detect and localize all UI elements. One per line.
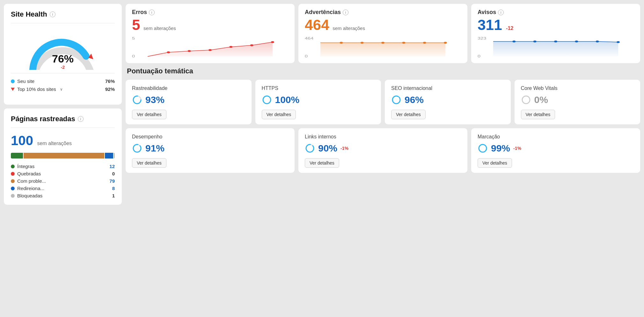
quebradas-val: 0 bbox=[112, 171, 115, 176]
svg-point-38 bbox=[306, 144, 314, 152]
erros-card: Erros i 5 sem alterações 5 0 bbox=[126, 4, 295, 63]
svg-point-6 bbox=[209, 49, 212, 51]
theme-card-marcacao: Marcação 99% -1% Ver detalhes bbox=[471, 128, 640, 173]
gauge-container: 76% -2 Seu site 76% Top 10% dos sites bbox=[11, 28, 115, 93]
svg-point-40 bbox=[479, 144, 487, 152]
svg-point-8 bbox=[250, 44, 253, 46]
core-web-vitals-icon bbox=[521, 95, 531, 105]
erros-info-icon[interactable]: i bbox=[149, 10, 155, 15]
erros-big-number: 5 bbox=[132, 17, 140, 33]
list-item: Íntegras 12 bbox=[11, 164, 115, 169]
site-value: 76% bbox=[105, 78, 115, 84]
site-health-info-icon[interactable]: i bbox=[50, 11, 55, 17]
list-item: Bloqueadas 1 bbox=[11, 193, 115, 198]
theme-card-seo-internacional: SEO internacional 96% Ver detalhes bbox=[385, 80, 511, 124]
integras-text: Íntegras bbox=[17, 164, 34, 169]
svg-point-34 bbox=[522, 96, 530, 104]
svg-point-13 bbox=[340, 42, 343, 44]
problemas-dot bbox=[11, 179, 15, 183]
redirecionadas-label: Redireiona... bbox=[11, 186, 44, 191]
svg-point-4 bbox=[167, 51, 170, 53]
top-value: 92% bbox=[105, 86, 115, 92]
problemas-val: 79 bbox=[109, 178, 115, 184]
site-health-label: Site Health bbox=[11, 10, 47, 18]
erros-label: Erros bbox=[132, 9, 147, 16]
links-details-btn[interactable]: Ver detalhes bbox=[305, 158, 339, 168]
avisos-card: Avisos i 311 -12 323 0 bbox=[471, 4, 640, 63]
desempenho-details-btn[interactable]: Ver detalhes bbox=[132, 158, 166, 168]
svg-text:0: 0 bbox=[478, 55, 480, 58]
thematic-title: Pontuação temática bbox=[126, 67, 640, 75]
avisos-delta: -12 bbox=[506, 26, 513, 31]
legend-top-label: Top 10% dos sites ∨ bbox=[11, 86, 63, 92]
problemas-label: Com proble... bbox=[11, 178, 46, 184]
advertencias-chart: 464 0 bbox=[305, 36, 461, 58]
theme-score-row-cwv: 0% bbox=[521, 94, 634, 105]
gauge-center: 76% -2 bbox=[52, 53, 74, 70]
theme-name-marcacao: Marcação bbox=[478, 134, 634, 140]
advertencias-chart-svg: 464 0 bbox=[305, 36, 461, 58]
theme-name-cwv: Core Web Vitals bbox=[521, 85, 634, 91]
list-item: Quebradas 0 bbox=[11, 171, 115, 176]
quebradas-text: Quebradas bbox=[17, 171, 41, 176]
svg-text:0: 0 bbox=[132, 55, 135, 58]
bar-gray bbox=[114, 153, 115, 158]
seo-details-btn[interactable]: Ver detalhes bbox=[391, 110, 426, 119]
legend-top-row: Top 10% dos sites ∨ 92% bbox=[11, 85, 115, 93]
erros-chart-svg: 5 0 bbox=[132, 36, 288, 58]
gauge-percent: 76% bbox=[52, 53, 74, 64]
svg-point-7 bbox=[229, 46, 232, 48]
theme-card-rastreabilidade: Rastreabilidade 93% Ver detalhes bbox=[126, 80, 252, 124]
rastreabilidade-icon bbox=[132, 95, 142, 105]
svg-marker-12 bbox=[320, 43, 445, 56]
gauge-legend: Seu site 76% Top 10% dos sites ∨ 92% bbox=[11, 73, 115, 93]
site-dot bbox=[11, 79, 15, 83]
svg-point-16 bbox=[402, 42, 405, 44]
bloqueadas-label: Bloqueadas bbox=[11, 193, 42, 198]
marcacao-delta: -1% bbox=[513, 146, 521, 151]
cwv-details-btn[interactable]: Ver detalhes bbox=[521, 110, 555, 119]
erros-title: Erros i bbox=[132, 9, 288, 16]
svg-point-26 bbox=[596, 41, 599, 42]
rastreabilidade-details-btn[interactable]: Ver detalhes bbox=[132, 110, 166, 119]
svg-point-17 bbox=[423, 42, 426, 44]
advertencias-sub: sem alterações bbox=[333, 26, 365, 31]
marcacao-details-btn[interactable]: Ver detalhes bbox=[478, 158, 512, 168]
theme-score-row-desempenho: 91% bbox=[132, 143, 288, 154]
svg-point-25 bbox=[575, 41, 578, 42]
marcacao-icon bbox=[478, 143, 488, 153]
top-stats-row: Erros i 5 sem alterações 5 0 bbox=[126, 4, 640, 63]
desempenho-icon bbox=[132, 143, 142, 153]
list-item: Com proble... 79 bbox=[11, 178, 115, 184]
seo-score: 96% bbox=[405, 94, 424, 105]
list-item: Redireiona... 8 bbox=[11, 186, 115, 191]
svg-point-14 bbox=[361, 42, 364, 44]
integras-dot bbox=[11, 165, 15, 168]
https-details-btn[interactable]: Ver detalhes bbox=[262, 110, 296, 119]
seo-internacional-icon bbox=[391, 95, 401, 105]
svg-text:323: 323 bbox=[478, 37, 486, 40]
pages-bar bbox=[11, 153, 115, 158]
svg-point-24 bbox=[554, 41, 557, 42]
legend-site-label: Seu site bbox=[11, 78, 34, 84]
marcacao-score: 99% bbox=[491, 143, 510, 154]
pages-crawled-card: Páginas rastreadas i 100 sem alterações … bbox=[4, 108, 122, 205]
advertencias-big-number: 464 bbox=[305, 17, 329, 33]
theme-name-desempenho: Desempenho bbox=[132, 134, 288, 140]
pages-count-row: 100 sem alterações bbox=[11, 133, 115, 148]
svg-point-33 bbox=[392, 96, 400, 104]
theme-score-row-marcacao: 99% -1% bbox=[478, 143, 634, 154]
chevron-icon[interactable]: ∨ bbox=[60, 87, 63, 92]
bloqueadas-text: Bloqueadas bbox=[17, 193, 42, 198]
svg-point-27 bbox=[617, 41, 620, 43]
pages-sem-alteracoes: sem alterações bbox=[37, 141, 72, 146]
bar-green bbox=[11, 153, 23, 158]
theme-card-desempenho: Desempenho 91% Ver detalhes bbox=[126, 128, 295, 173]
pages-info-icon[interactable]: i bbox=[78, 116, 84, 122]
integras-val: 12 bbox=[109, 164, 115, 169]
avisos-title: Avisos i bbox=[478, 9, 634, 16]
svg-point-18 bbox=[444, 42, 447, 44]
advertencias-info-icon[interactable]: i bbox=[343, 10, 348, 15]
svg-point-5 bbox=[188, 50, 191, 52]
avisos-info-icon[interactable]: i bbox=[498, 10, 504, 15]
